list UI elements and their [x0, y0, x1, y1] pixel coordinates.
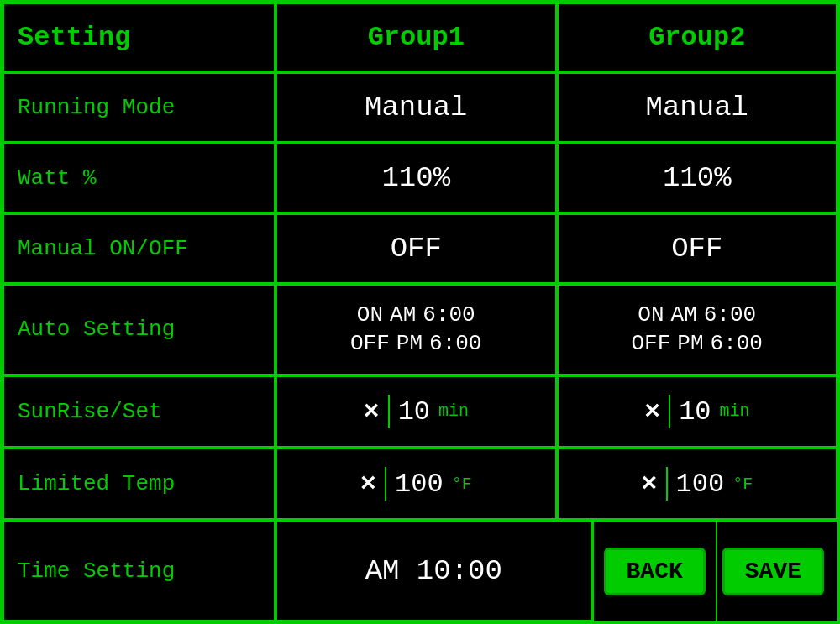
- manual-onoff-group1[interactable]: OFF: [276, 213, 557, 284]
- watt-percent-group1[interactable]: 110%: [276, 143, 557, 213]
- watt-percent-group2[interactable]: 110%: [557, 143, 838, 213]
- auto-setting-label: Auto Setting: [3, 284, 276, 376]
- auto-setting-group2[interactable]: ON AM 6:00 OFF PM 6:00: [557, 284, 838, 376]
- running-mode-group1[interactable]: Manual: [276, 72, 557, 143]
- sunrise-set-label: SunRise/Set: [3, 375, 276, 448]
- limited-temp-group1[interactable]: × 100 °F: [276, 448, 557, 520]
- sunrise-x-group1: ×: [363, 396, 379, 427]
- sunrise-set-group1[interactable]: × 10 min: [276, 375, 557, 448]
- header-group2: Group2: [557, 3, 838, 72]
- limited-temp-x-group2: ×: [641, 469, 657, 500]
- time-setting-value[interactable]: AM 10:00: [276, 522, 592, 621]
- manual-onoff-group2[interactable]: OFF: [557, 213, 838, 284]
- back-button-container: BACK: [592, 522, 716, 621]
- watt-percent-label: Watt %: [3, 143, 276, 213]
- back-button[interactable]: BACK: [604, 548, 706, 595]
- main-screen: Setting Group1 Group2 Running Mode Manua…: [0, 0, 840, 624]
- save-button-container: SAVE: [716, 522, 837, 621]
- running-mode-label: Running Mode: [3, 72, 276, 143]
- time-setting-row: Time Setting AM 10:00 BACK SAVE: [3, 520, 837, 621]
- header-setting: Setting: [3, 3, 276, 72]
- limited-temp-x-group1: ×: [360, 469, 376, 500]
- save-button[interactable]: SAVE: [722, 548, 824, 595]
- limited-temp-label: Limited Temp: [3, 448, 276, 520]
- time-setting-label: Time Setting: [3, 522, 276, 621]
- divider: [385, 467, 386, 501]
- divider: [666, 467, 668, 501]
- divider: [388, 395, 390, 428]
- header-group1: Group1: [276, 3, 557, 72]
- manual-onoff-label: Manual ON/OFF: [3, 213, 276, 284]
- running-mode-group2[interactable]: Manual: [557, 72, 838, 143]
- limited-temp-group2[interactable]: × 100 °F: [557, 448, 838, 520]
- auto-setting-group1[interactable]: ON AM 6:00 OFF PM 6:00: [276, 284, 557, 376]
- settings-table: Setting Group1 Group2 Running Mode Manua…: [3, 3, 837, 621]
- divider: [669, 395, 670, 428]
- sunrise-x-group2: ×: [644, 396, 660, 427]
- sunrise-set-group2[interactable]: × 10 min: [557, 375, 838, 448]
